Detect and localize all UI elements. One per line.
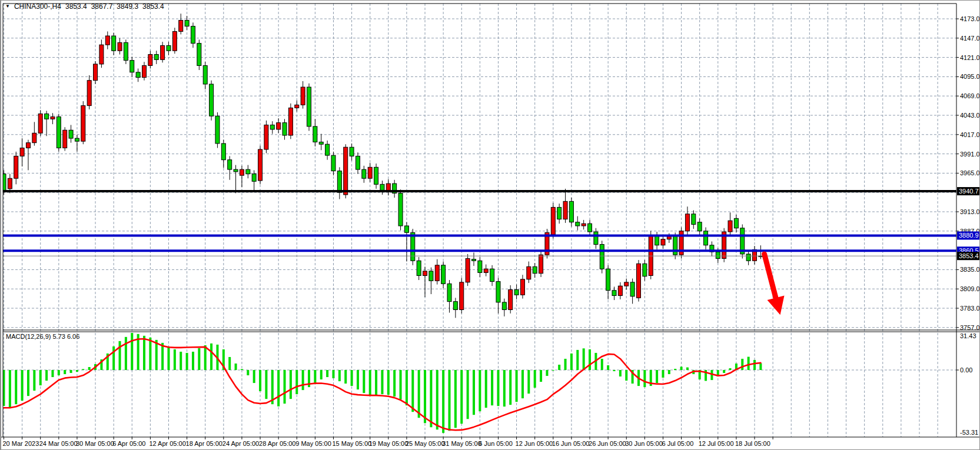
macd-bar [491, 370, 493, 405]
time-tick-label: 18 Jul 05:00 [735, 440, 770, 447]
candlestick [215, 116, 220, 144]
macd-bar [436, 370, 438, 429]
ohlc-open: 3853.4 [65, 2, 87, 11]
candlestick [344, 147, 348, 195]
macd-bar [576, 350, 579, 370]
macd-bar [741, 359, 743, 370]
candlestick [624, 282, 629, 286]
candlestick [94, 64, 98, 81]
macd-bar [88, 367, 91, 370]
macd-bar [534, 370, 536, 388]
candlestick [655, 235, 659, 245]
candlestick [118, 42, 122, 51]
candlestick [374, 167, 378, 184]
candlestick [643, 264, 647, 276]
candlestick [87, 81, 91, 106]
candlestick [185, 21, 189, 26]
candlestick [478, 261, 482, 272]
candlestick [502, 302, 506, 310]
candlestick [167, 45, 171, 51]
candlestick [38, 114, 42, 133]
candlestick [57, 117, 61, 148]
ohlc-high: 3867.7 [91, 2, 113, 11]
macd-bar [174, 349, 176, 370]
candlestick [301, 87, 305, 105]
time-tick-label: 6 Jun 05:00 [479, 440, 513, 447]
candlestick [441, 265, 446, 284]
macd-bar [15, 370, 17, 404]
macd-bar [583, 348, 585, 370]
time-tick-label: 16 Jun 05:00 [552, 440, 590, 447]
time-tick-label: 28 Apr 05:00 [259, 440, 295, 447]
price-tick-label: 3913.0 [960, 208, 980, 215]
candlestick [32, 133, 36, 142]
price-tick-label: 4043.0 [960, 112, 980, 119]
macd-bar [198, 348, 200, 370]
macd-bar [375, 370, 377, 395]
macd-bar [662, 370, 664, 378]
candlestick [337, 171, 341, 193]
price-tick-label: 3965.0 [960, 169, 980, 176]
macd-bar [314, 370, 316, 384]
macd-bar [387, 370, 390, 395]
candlestick [81, 106, 85, 142]
macd-bar [521, 370, 524, 398]
macd-bar [119, 341, 121, 370]
macd-bar [748, 357, 750, 370]
candlestick [435, 265, 439, 281]
candlestick [319, 142, 323, 144]
candlestick [551, 207, 555, 235]
symbol-dropdown-icon[interactable]: ▼ [5, 4, 10, 9]
candlestick [380, 184, 384, 190]
macd-bar [601, 359, 603, 370]
macd-bar [619, 370, 622, 376]
candlestick [612, 291, 616, 296]
price-tick-label: 4121.0 [960, 54, 980, 61]
macd-bar [625, 370, 627, 381]
macd-bar [674, 369, 676, 370]
macd-bar [180, 352, 182, 370]
candlestick [8, 178, 12, 189]
candlestick [154, 55, 158, 60]
time-tick-label: 6 Apr 05:00 [112, 440, 145, 447]
candlestick [466, 258, 470, 282]
macd-bar [39, 370, 42, 385]
macd-bar [454, 370, 457, 428]
macd-bar [680, 366, 683, 370]
candlestick [191, 26, 195, 44]
candlestick [411, 232, 415, 261]
candlestick [130, 61, 134, 72]
macd-bar [381, 370, 383, 394]
candlestick [252, 174, 256, 182]
candlestick [716, 252, 720, 258]
macd-bar [552, 370, 554, 371]
candlestick [26, 143, 30, 148]
candlestick [161, 45, 165, 59]
price-tag-3853.4: 3853.4 [957, 252, 980, 260]
time-tick-label: 12 Jun 05:00 [516, 440, 553, 447]
macd-bar [64, 370, 66, 374]
macd-bar [332, 370, 334, 378]
candlestick [258, 149, 263, 181]
candlestick [697, 222, 702, 231]
candlestick [240, 169, 244, 175]
time-tick-label: 15 May 05:00 [332, 440, 371, 447]
price-tick-label: 4095.0 [960, 73, 980, 80]
macd-bar [27, 370, 29, 396]
time-tick-label: 12 Apr 05:00 [149, 440, 185, 447]
candlestick [203, 65, 207, 84]
macd-bar [149, 338, 151, 370]
candlestick [124, 42, 128, 60]
macd-bar [449, 370, 451, 431]
candlestick [2, 174, 6, 191]
macd-bar [228, 357, 231, 370]
candlestick [362, 169, 366, 178]
candlestick [423, 271, 427, 276]
macd-bar [546, 370, 548, 376]
candlestick [618, 286, 622, 295]
macd-bar [167, 346, 170, 370]
chart-canvas: 4173.04147.04121.04095.04069.04043.04017… [1, 1, 980, 450]
time-tick-label: 24 Apr 05:00 [222, 440, 259, 447]
time-tick-label: 26 Jun 05:00 [589, 440, 626, 447]
price-tick-label: 3991.0 [960, 151, 980, 158]
